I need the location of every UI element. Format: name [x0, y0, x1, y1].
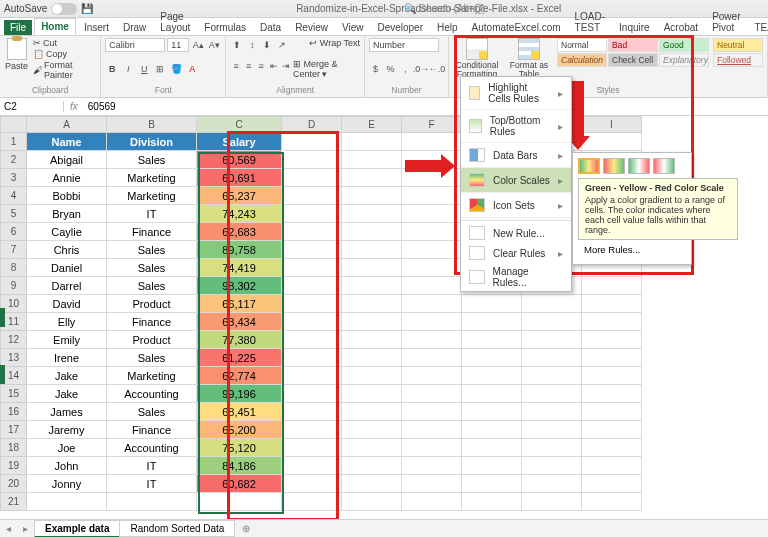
format-as-table-button[interactable]: Format as Table — [505, 38, 553, 78]
row-header[interactable]: 2 — [1, 151, 27, 169]
cell-division[interactable]: Marketing — [107, 187, 197, 205]
comma-button[interactable]: , — [399, 62, 412, 76]
style-explanatory[interactable]: Explanatory... — [659, 53, 709, 67]
cell-name[interactable]: Darrel — [27, 277, 107, 295]
col-header-E[interactable]: E — [342, 117, 402, 133]
conditional-formatting-button[interactable]: Conditional Formatting — [453, 38, 501, 78]
merge-button[interactable]: ⊞ Merge & Center ▾ — [293, 59, 360, 79]
more-rules-link[interactable]: More Rules... — [578, 240, 686, 259]
cell-salary[interactable]: 84,186 — [197, 457, 282, 475]
row-header[interactable]: 15 — [1, 385, 27, 403]
cell-division[interactable]: Sales — [107, 241, 197, 259]
cell-salary[interactable]: 75,120 — [197, 439, 282, 457]
cell-name[interactable]: Annie — [27, 169, 107, 187]
cell-salary[interactable]: 60,682 — [197, 475, 282, 493]
colorscale-gyr[interactable] — [578, 158, 600, 174]
align-bottom-button[interactable]: ⬇ — [260, 38, 274, 52]
cell-salary[interactable]: 74,419 — [197, 259, 282, 277]
cell-name[interactable]: Bryan — [27, 205, 107, 223]
row-header[interactable]: 21 — [1, 493, 27, 511]
wrap-text-button[interactable]: ↩ Wrap Text — [309, 38, 360, 52]
cell-name[interactable]: Bobbi — [27, 187, 107, 205]
header-division[interactable]: Division — [107, 133, 197, 151]
row-header[interactable]: 13 — [1, 349, 27, 367]
cell-division[interactable]: Product — [107, 295, 197, 313]
fill-color-button[interactable]: 🪣 — [169, 62, 183, 76]
colorscale-rwg[interactable] — [653, 158, 675, 174]
cell-name[interactable]: Jake — [27, 367, 107, 385]
style-calculation[interactable]: Calculation — [557, 53, 607, 67]
cell-division[interactable]: Sales — [107, 151, 197, 169]
tab-powerpivot[interactable]: Power Pivot — [706, 9, 746, 35]
tab-formulas[interactable]: Formulas — [198, 20, 252, 35]
tab-view[interactable]: View — [336, 20, 370, 35]
indent-dec-button[interactable]: ⇤ — [268, 59, 280, 73]
tab-draw[interactable]: Draw — [117, 20, 152, 35]
name-box[interactable]: C2 — [0, 101, 64, 112]
cell-name[interactable]: John — [27, 457, 107, 475]
align-center-button[interactable]: ≡ — [243, 59, 255, 73]
row-header[interactable]: 3 — [1, 169, 27, 187]
tab-inquire[interactable]: Inquire — [613, 20, 656, 35]
row-header[interactable]: 17 — [1, 421, 27, 439]
font-color-button[interactable]: A — [185, 62, 199, 76]
number-format-select[interactable]: Number — [369, 38, 439, 52]
tab-file[interactable]: File — [4, 20, 32, 35]
font-size-select[interactable]: 11 — [167, 38, 189, 52]
row-header[interactable]: 4 — [1, 187, 27, 205]
header-name[interactable]: Name — [27, 133, 107, 151]
tab-home[interactable]: Home — [34, 18, 76, 35]
cell-division[interactable]: IT — [107, 205, 197, 223]
cell-salary[interactable]: 61,225 — [197, 349, 282, 367]
tab-insert[interactable]: Insert — [78, 20, 115, 35]
row-header[interactable]: 5 — [1, 205, 27, 223]
menu-manage-rules[interactable]: Manage Rules... — [461, 263, 571, 291]
align-left-button[interactable]: ≡ — [230, 59, 242, 73]
select-all-corner[interactable] — [1, 117, 27, 133]
row-header[interactable]: 1 — [1, 133, 27, 151]
cell-name[interactable]: Abigail — [27, 151, 107, 169]
tab-automate[interactable]: AutomateExcel.com — [466, 20, 567, 35]
cell-name[interactable]: James — [27, 403, 107, 421]
sheet-nav-next[interactable]: ▸ — [17, 523, 34, 534]
orientation-button[interactable]: ↗ — [275, 38, 289, 52]
cell-salary[interactable]: 99,196 — [197, 385, 282, 403]
cell-division[interactable]: Accounting — [107, 385, 197, 403]
cell-name[interactable]: Caylie — [27, 223, 107, 241]
colorscale-gwr[interactable] — [628, 158, 650, 174]
menu-highlight-cells-rules[interactable]: Highlight Cells Rules▸ — [461, 77, 571, 110]
cell-division[interactable]: Sales — [107, 259, 197, 277]
col-header-I[interactable]: I — [582, 117, 642, 133]
cell-salary[interactable]: 60,569 — [197, 151, 282, 169]
cell-salary[interactable]: 65,200 — [197, 421, 282, 439]
col-header-C[interactable]: C — [197, 117, 282, 133]
cell-name[interactable]: Jake — [27, 385, 107, 403]
border-button[interactable]: ⊞ — [153, 62, 167, 76]
cell-division[interactable]: IT — [107, 475, 197, 493]
cell-division[interactable]: Marketing — [107, 169, 197, 187]
menu-top-bottom-rules[interactable]: Top/Bottom Rules▸ — [461, 110, 571, 143]
menu-new-rule[interactable]: New Rule... — [461, 223, 571, 243]
cell-name[interactable]: Daniel — [27, 259, 107, 277]
cell-division[interactable]: Marketing — [107, 367, 197, 385]
col-header-D[interactable]: D — [282, 117, 342, 133]
cell-name[interactable]: Irene — [27, 349, 107, 367]
cell-name[interactable]: David — [27, 295, 107, 313]
cell-division[interactable]: Product — [107, 331, 197, 349]
percent-button[interactable]: % — [384, 62, 397, 76]
cell-salary[interactable]: 63,434 — [197, 313, 282, 331]
decrease-font-button[interactable]: A▾ — [207, 38, 221, 52]
menu-icon-sets[interactable]: Icon Sets▸ — [461, 193, 571, 218]
sheet-tab-random-sorted[interactable]: Random Sorted Data — [119, 520, 235, 537]
style-normal[interactable]: Normal — [557, 38, 607, 52]
row-header[interactable]: 20 — [1, 475, 27, 493]
align-right-button[interactable]: ≡ — [255, 59, 267, 73]
align-top-button[interactable]: ⬆ — [230, 38, 244, 52]
tab-review[interactable]: Review — [289, 20, 334, 35]
colorscale-ryg[interactable] — [603, 158, 625, 174]
cell-division[interactable]: Sales — [107, 403, 197, 421]
cut-button[interactable]: ✂Cut — [33, 38, 96, 48]
cell-salary[interactable]: 66,117 — [197, 295, 282, 313]
menu-color-scales[interactable]: Color Scales▸ — [461, 168, 571, 193]
row-header[interactable]: 16 — [1, 403, 27, 421]
